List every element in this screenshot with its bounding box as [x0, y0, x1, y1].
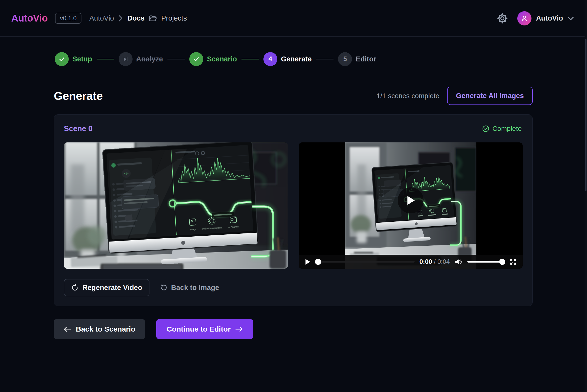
step-scenario-circle [189, 52, 203, 66]
step-generate-circle: 4 [263, 52, 277, 66]
volume-icon[interactable] [455, 258, 463, 266]
avatar [517, 11, 532, 26]
folder-open-icon [148, 14, 157, 22]
scenes-status: 1/1 scenes complete [376, 92, 439, 100]
step-analyze-circle [119, 52, 132, 66]
breadcrumb-project[interactable]: Projects [161, 14, 187, 22]
scrollbar-thumb[interactable] [585, 39, 587, 191]
step-setup-label: Setup [72, 55, 92, 63]
arrow-left-icon [63, 326, 71, 332]
step-editor[interactable]: 5 Editor [338, 52, 376, 66]
volume-thumb[interactable] [499, 259, 505, 265]
scrollbar[interactable] [585, 0, 587, 392]
step-connector [241, 59, 259, 60]
screen-label-image: Image [190, 228, 196, 231]
generated-image: Image Project Management AI Analysis [64, 142, 288, 269]
step-editor-label: Editor [356, 55, 376, 63]
chevron-right-icon [118, 15, 123, 22]
user-menu[interactable]: AutoVio [517, 11, 574, 26]
page-title: Generate [54, 89, 103, 102]
step-connector [316, 59, 334, 60]
arrow-right-icon [235, 326, 243, 332]
step-scenario[interactable]: Scenario [189, 52, 237, 66]
back-to-scenario-button[interactable]: Back to Scenario [54, 319, 145, 339]
generated-video-panel: 0:00 / 0:04 [299, 142, 523, 269]
step-connector [167, 59, 185, 60]
time-display: 0:00 / 0:04 [420, 258, 450, 266]
back-to-image-button[interactable]: Back to Image [160, 284, 219, 292]
app-header: AutoVio v0.1.0 AutoVio Docs Projects [0, 0, 587, 37]
stepper: Setup Analyze Scenario 4 Generate 5 Edit… [55, 52, 587, 66]
scene-title: Scene 0 [64, 124, 92, 133]
user-name: AutoVio [536, 14, 563, 22]
play-button[interactable] [305, 258, 311, 265]
step-editor-circle: 5 [338, 52, 352, 66]
play-overlay-button[interactable] [398, 188, 424, 213]
fullscreen-icon[interactable] [510, 258, 517, 266]
refresh-icon [71, 284, 78, 292]
step-generate[interactable]: 4 Generate [263, 52, 312, 66]
breadcrumb-docs[interactable]: Docs [127, 14, 144, 22]
step-setup[interactable]: Setup [55, 52, 92, 66]
step-analyze[interactable]: Analyze [119, 52, 163, 66]
app-logo: AutoVio [11, 13, 48, 24]
regenerate-video-button[interactable]: Regenerate Video [64, 279, 149, 296]
progress-thumb[interactable] [315, 259, 321, 265]
step-analyze-label: Analyze [136, 55, 163, 63]
progress-bar[interactable] [316, 261, 415, 262]
undo-icon [160, 284, 167, 292]
chevron-down-icon [568, 16, 574, 21]
play-icon [406, 195, 416, 206]
settings-gear-icon[interactable] [497, 13, 508, 24]
step-connector [97, 59, 114, 60]
version-badge: v0.1.0 [55, 13, 81, 24]
breadcrumb: AutoVio Docs Projects [89, 14, 187, 22]
step-generate-label: Generate [281, 55, 312, 63]
volume-slider[interactable] [467, 261, 505, 262]
scene-status-label: Complete [492, 125, 522, 132]
scene-status-badge: Complete [482, 125, 522, 132]
step-setup-circle [55, 52, 69, 66]
continue-to-editor-button[interactable]: Continue to Editor [156, 319, 253, 339]
step-scenario-label: Scenario [207, 55, 237, 63]
generated-image-panel: Image Project Management AI Analysis [64, 142, 288, 269]
breadcrumb-app[interactable]: AutoVio [89, 14, 114, 22]
scene-card: Scene 0 Complete [54, 114, 533, 306]
generate-all-images-button[interactable]: Generate All Images [447, 86, 533, 105]
video-controls-bar: 0:00 / 0:04 [299, 255, 523, 269]
check-circle-icon [482, 125, 489, 132]
